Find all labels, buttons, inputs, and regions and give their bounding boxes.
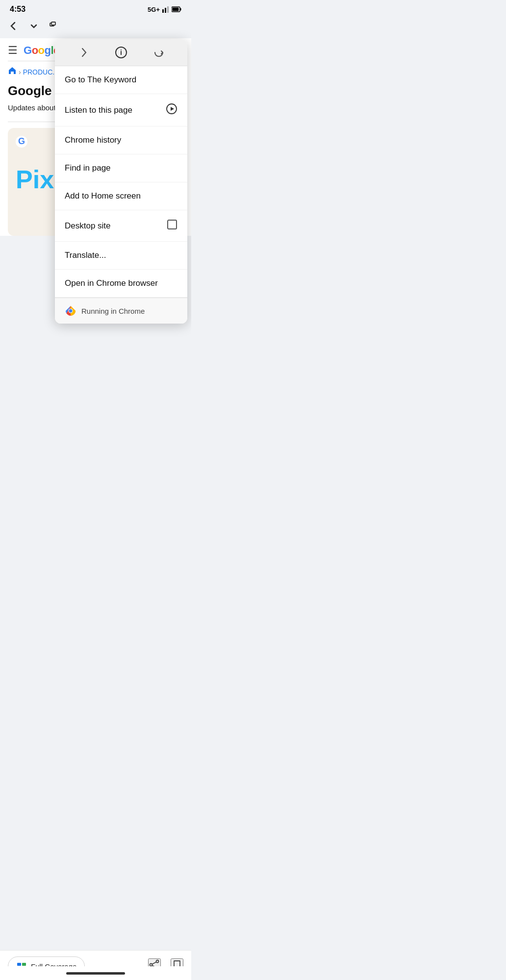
menu-item-add-to-home[interactable]: Add to Home screen [55,182,187,210]
menu-refresh-button[interactable] [153,47,165,58]
running-in-chrome-text: Running in Chrome [81,307,145,315]
menu-item-chrome-history[interactable]: Chrome history [55,126,187,154]
chrome-logo-icon [65,305,76,317]
menu-item-go-to-keyword[interactable]: Go to The Keyword [55,66,187,94]
menu-item-desktop-site[interactable]: Desktop site [55,210,187,242]
menu-item-translate-label: Translate... [65,251,106,260]
menu-item-find-in-page-label: Find in page [65,163,111,173]
menu-item-find-in-page[interactable]: Find in page [55,154,187,182]
svg-text:i: i [120,49,122,56]
menu-info-button[interactable]: i [115,46,127,59]
listen-play-icon [166,103,177,117]
menu-item-open-in-chrome[interactable]: Open in Chrome browser [55,270,187,298]
context-menu-overlay[interactable]: i Go to The Keyword Listen to this page … [0,0,191,414]
svg-point-16 [69,309,73,313]
menu-forward-button[interactable] [77,47,89,58]
menu-item-open-in-chrome-label: Open in Chrome browser [65,278,158,288]
context-menu: i Go to The Keyword Listen to this page … [55,39,187,324]
menu-item-listen[interactable]: Listen to this page [55,94,187,126]
menu-item-chrome-history-label: Chrome history [65,135,121,145]
menu-item-add-to-home-label: Add to Home screen [65,191,141,201]
menu-item-listen-label: Listen to this page [65,105,132,115]
menu-item-go-to-keyword-label: Go to The Keyword [65,75,136,85]
svg-rect-13 [168,220,177,229]
menu-item-translate[interactable]: Translate... [55,242,187,270]
desktop-site-checkbox [167,219,177,232]
running-in-chrome-footer: Running in Chrome [55,298,187,324]
menu-toolbar: i [55,39,187,66]
menu-item-desktop-site-label: Desktop site [65,221,111,231]
